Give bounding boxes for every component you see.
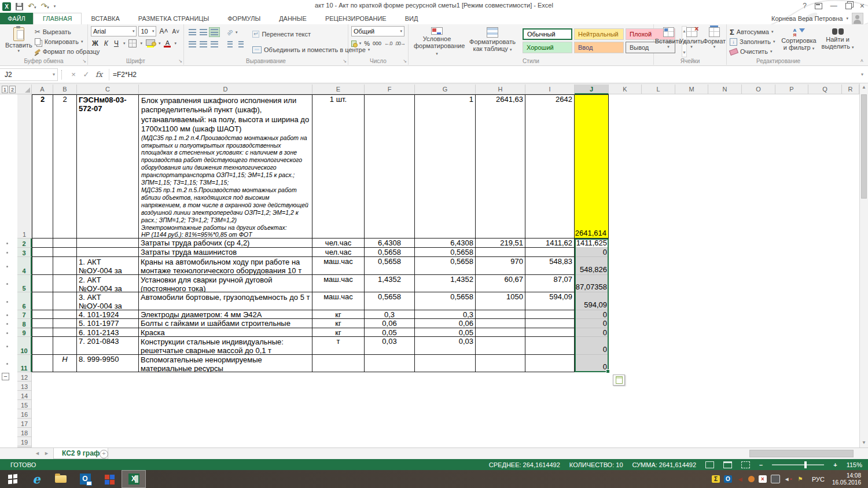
cell-D6[interactable]: Автомобили бортовые, грузоподъемность до… [139, 292, 312, 310]
column-header-D[interactable]: D [139, 85, 312, 94]
fill-handle[interactable] [606, 369, 610, 373]
cell-E4[interactable]: маш.час [312, 257, 365, 275]
tray-sigma-icon[interactable]: Σ [712, 475, 720, 483]
taskbar-outlook[interactable]: O [73, 470, 97, 488]
comma-style-button[interactable]: 000 [373, 41, 381, 46]
cell-C1[interactable]: ГЭСНм08-03-572-07 [77, 94, 139, 239]
cell-J10[interactable]: 0 [575, 337, 609, 355]
percent-style-button[interactable]: % [364, 40, 370, 47]
cell-F5[interactable]: 1,4352 [365, 275, 415, 292]
alignment-dialog-launcher[interactable]: ↘ [343, 59, 347, 64]
cell-G9[interactable]: 0,05 [415, 328, 476, 337]
cell-H2[interactable]: 219,51 [476, 239, 525, 248]
restore-button[interactable] [845, 3, 852, 9]
cell-F7[interactable]: 0,3 [365, 310, 415, 319]
cell-F2[interactable]: 6,4308 [365, 239, 415, 248]
cell-F9[interactable]: 0,05 [365, 328, 415, 337]
cell-G1[interactable]: 1 [415, 94, 476, 239]
font-dialog-launcher[interactable]: ↘ [178, 59, 182, 64]
cell-G6[interactable]: 0,5658 [415, 292, 476, 310]
cell-H9[interactable] [476, 328, 525, 337]
tray-speaker-icon[interactable]: ◄ [736, 475, 744, 483]
cell-B6[interactable] [53, 292, 77, 310]
paste-button[interactable]: Вставить ▾ [3, 26, 35, 57]
column-header-G[interactable]: G [415, 85, 476, 94]
clock[interactable]: 14:08 16.05.2016 [832, 472, 863, 486]
close-button[interactable]: × [860, 1, 865, 10]
cell-D2[interactable]: Затраты труда рабочих (ср 4,2) [139, 239, 312, 248]
taskbar-file-explorer[interactable] [49, 470, 73, 488]
scroll-up-icon[interactable]: ▲ [860, 83, 868, 92]
cell-D1[interactable]: Блок управления шкафного исполнения или … [139, 94, 312, 239]
cell-G7[interactable]: 0,3 [415, 310, 476, 319]
column-header-L[interactable]: L [642, 85, 675, 94]
cell-G4[interactable]: 0,5658 [415, 257, 476, 275]
cell-B9[interactable] [53, 328, 77, 337]
tray-alert-icon[interactable]: × [759, 475, 767, 483]
tab-7[interactable]: ВИД [396, 13, 428, 24]
insert-cells-button[interactable]: Вставить▾ [657, 26, 680, 57]
cell-B11[interactable]: Н [53, 355, 77, 372]
outline-level-1-button[interactable]: 1 [2, 86, 8, 93]
column-header-J[interactable]: J [575, 85, 609, 94]
cell-J11[interactable]: 0 [575, 355, 609, 372]
cell-C6[interactable]: 3. АКТ №ОУ-004 за апрель [77, 292, 139, 310]
cell-A11[interactable] [32, 355, 53, 372]
style-chip-5[interactable]: Ввод [574, 42, 624, 53]
row-header-14[interactable]: 14 [17, 391, 32, 400]
cell-A6[interactable] [32, 292, 53, 310]
italic-button[interactable]: К [103, 39, 109, 47]
enter-button[interactable]: ✓ [80, 70, 93, 79]
row-header-9[interactable]: 9 [17, 328, 32, 337]
cell-A3[interactable] [32, 248, 53, 257]
increase-decimal-button[interactable]: ←.0 [384, 41, 392, 46]
cell-E8[interactable]: кг [312, 319, 365, 328]
cell-G8[interactable]: 0,06 [415, 319, 476, 328]
fill-button[interactable]: ↓ Заполнить▾ [730, 37, 775, 46]
row-header-6[interactable]: 6 [17, 292, 32, 310]
tray-orange-icon[interactable] [748, 476, 755, 482]
view-page-break-button[interactable] [741, 461, 750, 468]
prev-sheet-button[interactable]: ◄ [35, 450, 40, 456]
row-header-1[interactable]: 1 [17, 94, 32, 239]
vertical-scrollbar[interactable]: ▲ ▼ [859, 83, 868, 447]
tray-volume-muted-icon[interactable]: ◄× [784, 475, 792, 483]
cell-F11[interactable] [365, 355, 415, 372]
cell-I1[interactable]: 2642 [525, 94, 575, 239]
formula-input[interactable]: =F2*H2 [113, 71, 861, 79]
cell-H3[interactable] [476, 248, 525, 257]
cell-I4[interactable]: 548,83 [525, 257, 575, 275]
row-header-5[interactable]: 5 [17, 275, 32, 292]
row-header-17[interactable]: 17 [17, 419, 32, 428]
cell-G11[interactable] [415, 355, 476, 372]
cell-J6[interactable]: 594,09 [575, 292, 609, 310]
cell-I10[interactable] [525, 337, 575, 355]
cell-I11[interactable] [525, 355, 575, 372]
row-header-15[interactable]: 15 [17, 400, 32, 409]
fill-options-button[interactable] [613, 375, 625, 386]
number-format-select[interactable]: Общий▾ [351, 26, 404, 36]
cell-H4[interactable]: 970 [476, 257, 525, 275]
cell-D8[interactable]: Болты с гайками и шайбами строительные [139, 319, 312, 328]
cell-D3[interactable]: Затраты труда машинистов [139, 248, 312, 257]
cell-H8[interactable] [476, 319, 525, 328]
increase-indent-button[interactable] [236, 39, 247, 49]
cell-J8[interactable]: 0 [575, 319, 609, 328]
column-header-P[interactable]: P [775, 85, 808, 94]
start-button[interactable] [0, 470, 24, 488]
format-cells-button[interactable]: Формат▾ [703, 26, 726, 57]
column-header-M[interactable]: M [675, 85, 708, 94]
row-header-8[interactable]: 8 [17, 319, 32, 328]
cell-E3[interactable]: чел.час [312, 248, 365, 257]
zoom-slider[interactable] [772, 464, 824, 465]
formula-bar-expand-button[interactable]: ▾ [861, 72, 868, 77]
cell-H6[interactable]: 1050 [476, 292, 525, 310]
select-all-button[interactable] [17, 85, 32, 94]
autosum-button[interactable]: Σ Автосумма▾ [730, 27, 775, 36]
cell-F1[interactable] [365, 94, 415, 239]
outline-collapse-button[interactable]: − [2, 373, 9, 380]
insert-function-button[interactable]: fx [93, 70, 105, 79]
taskbar-internet-explorer[interactable]: e [24, 470, 49, 488]
cancel-button[interactable]: × [67, 70, 80, 79]
cell-E5[interactable]: маш.час [312, 275, 365, 292]
